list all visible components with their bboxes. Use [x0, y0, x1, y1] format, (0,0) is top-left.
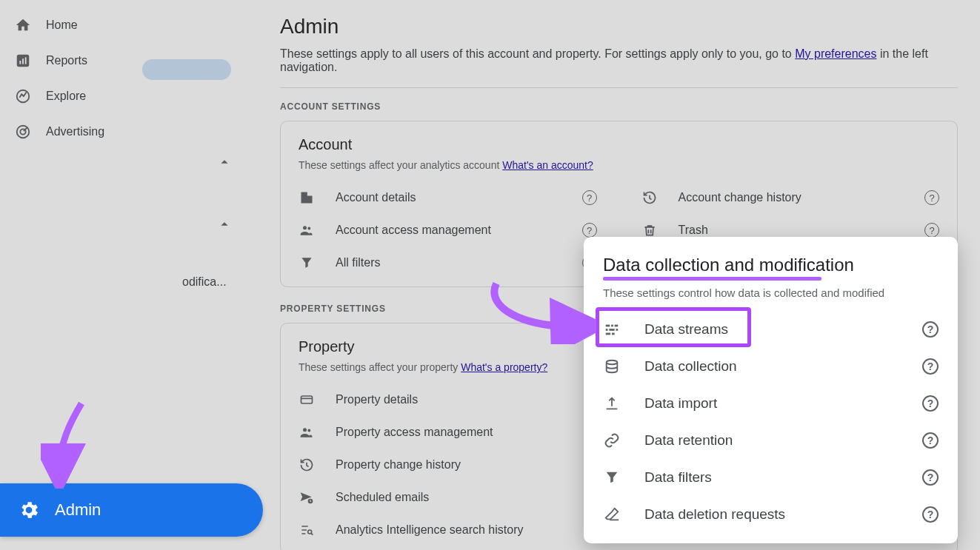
gear-icon [18, 499, 40, 521]
data-collection-row[interactable]: Data collection ? [603, 348, 939, 385]
svg-rect-16 [615, 325, 619, 327]
people-icon [299, 424, 315, 440]
send-clock-icon [299, 489, 315, 506]
svg-point-7 [303, 226, 307, 229]
help-icon[interactable]: ? [922, 321, 939, 338]
bar-chart-icon [15, 53, 31, 69]
filter-icon [603, 469, 621, 486]
svg-point-5 [17, 126, 30, 138]
property-desc-text: These settings affect your property [299, 361, 461, 373]
nav-explore-label: Explore [46, 90, 86, 103]
explore-icon [15, 88, 31, 104]
eraser-icon [603, 506, 621, 523]
all-filters-label: All filters [336, 256, 582, 269]
filter-icon [299, 255, 315, 271]
nav-explore[interactable]: Explore [0, 78, 187, 114]
nav-advertising[interactable]: Advertising [0, 114, 187, 150]
page-desc-prefix: These settings apply to all users of thi… [280, 47, 795, 60]
account-card-desc: These settings affect your analytics acc… [299, 159, 939, 171]
sidebar: Home Reports Explore Advertising [0, 0, 187, 550]
data-deletion-label: Data deletion requests [644, 506, 922, 523]
svg-point-10 [303, 428, 307, 432]
all-filters-row[interactable]: All filters ? [299, 247, 597, 279]
streams-icon [603, 321, 621, 338]
my-preferences-link[interactable]: My preferences [795, 47, 876, 60]
svg-rect-14 [606, 325, 610, 327]
svg-rect-18 [609, 329, 614, 331]
data-retention-row[interactable]: Data retention ? [603, 422, 939, 459]
secondary-panel: odifica... [187, 0, 253, 550]
card-icon [299, 392, 315, 408]
data-import-label: Data import [644, 395, 922, 412]
svg-rect-9 [301, 396, 313, 403]
popover-title: Data collection and modification [603, 255, 939, 275]
svg-rect-2 [22, 58, 24, 64]
people-icon [299, 222, 315, 238]
trash-icon [641, 222, 658, 238]
active-pill-bg [142, 59, 231, 80]
nav-reports-label: Reports [46, 54, 87, 67]
upload-icon [603, 395, 621, 412]
building-icon [299, 190, 315, 206]
nav-admin-label: Admin [55, 500, 101, 520]
svg-point-22 [607, 360, 618, 365]
history-icon [299, 457, 315, 473]
account-history-label: Account change history [679, 191, 925, 204]
help-icon[interactable]: ? [582, 190, 597, 205]
nav-admin[interactable]: Admin [0, 483, 263, 537]
help-icon[interactable]: ? [922, 432, 939, 449]
nav-home[interactable]: Home [0, 7, 187, 43]
data-streams-row[interactable]: Data streams ? [603, 311, 939, 348]
svg-rect-20 [606, 333, 610, 335]
truncated-text: odifica... [182, 275, 227, 289]
account-access-row[interactable]: Account access management ? [299, 214, 597, 247]
svg-rect-19 [616, 329, 619, 331]
page-description: These settings apply to all users of thi… [280, 47, 958, 74]
whats-property-link[interactable]: What's a property? [461, 361, 547, 373]
data-filters-label: Data filters [644, 469, 922, 486]
account-details-label: Account details [336, 191, 582, 204]
data-collection-label: Data collection [644, 358, 922, 375]
help-icon[interactable]: ? [922, 395, 939, 412]
chevron-up-icon[interactable] [216, 154, 233, 170]
database-icon [603, 358, 621, 375]
help-icon[interactable]: ? [924, 190, 939, 205]
account-details-row[interactable]: Account details ? [299, 181, 597, 214]
home-icon [15, 17, 31, 33]
data-collection-popover: Data collection and modification These s… [584, 237, 958, 543]
divider [280, 87, 958, 88]
link-icon [603, 432, 621, 449]
help-icon[interactable]: ? [922, 358, 939, 375]
nav-home-label: Home [46, 19, 78, 32]
list-search-icon [299, 522, 315, 538]
help-icon[interactable]: ? [582, 223, 597, 238]
chevron-up-icon[interactable] [216, 216, 233, 232]
whats-account-link[interactable]: What's an account? [502, 159, 593, 171]
account-desc-text: These settings affect your analytics acc… [299, 159, 502, 171]
account-access-label: Account access management [336, 224, 582, 237]
help-icon[interactable]: ? [922, 469, 939, 486]
page-title: Admin [280, 15, 958, 38]
svg-point-11 [307, 429, 310, 432]
data-filters-row[interactable]: Data filters ? [603, 459, 939, 496]
help-icon[interactable]: ? [924, 223, 939, 238]
trash-label: Trash [679, 224, 925, 237]
account-history-row[interactable]: Account change history ? [641, 181, 940, 214]
nav-advertising-label: Advertising [46, 125, 104, 138]
account-section-label: ACCOUNT SETTINGS [280, 101, 958, 112]
data-retention-label: Data retention [644, 432, 922, 449]
popover-desc: These settings control how data is colle… [603, 286, 939, 299]
svg-rect-3 [25, 57, 27, 64]
svg-rect-1 [19, 61, 21, 64]
svg-rect-21 [612, 333, 615, 335]
help-icon[interactable]: ? [922, 506, 939, 523]
data-import-row[interactable]: Data import ? [603, 385, 939, 422]
history-icon [641, 190, 658, 206]
svg-rect-17 [606, 329, 608, 331]
svg-rect-15 [611, 325, 613, 327]
account-card-title: Account [299, 136, 939, 153]
data-deletion-row[interactable]: Data deletion requests ? [603, 496, 939, 533]
target-icon [15, 124, 31, 140]
svg-point-8 [307, 227, 310, 230]
data-streams-label: Data streams [644, 321, 922, 338]
